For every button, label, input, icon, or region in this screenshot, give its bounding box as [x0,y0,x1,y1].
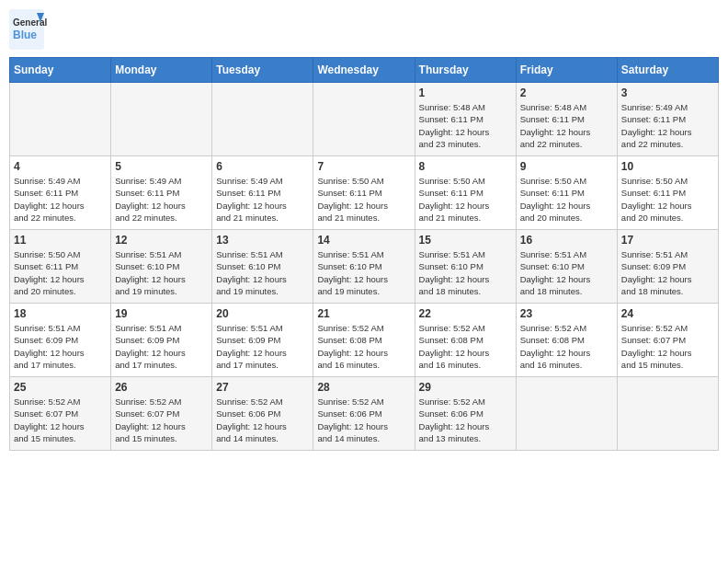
calendar-cell: 28Sunrise: 5:52 AM Sunset: 6:06 PM Dayli… [313,377,415,451]
day-info: Sunrise: 5:52 AM Sunset: 6:07 PM Dayligh… [14,396,107,444]
calendar-cell: 13Sunrise: 5:51 AM Sunset: 6:10 PM Dayli… [212,230,313,304]
day-number: 24 [621,307,714,320]
day-number: 11 [14,234,107,247]
day-info: Sunrise: 5:49 AM Sunset: 6:11 PM Dayligh… [14,175,107,224]
day-info: Sunrise: 5:51 AM Sunset: 6:09 PM Dayligh… [621,248,714,297]
day-number: 27 [216,381,309,394]
day-info: Sunrise: 5:49 AM Sunset: 6:11 PM Dayligh… [621,101,714,150]
day-info: Sunrise: 5:50 AM Sunset: 6:11 PM Dayligh… [621,175,714,224]
calendar-cell: 25Sunrise: 5:52 AM Sunset: 6:07 PM Dayli… [10,377,111,451]
day-info: Sunrise: 5:51 AM Sunset: 6:09 PM Dayligh… [216,322,309,371]
calendar-cell [212,83,313,156]
day-info: Sunrise: 5:52 AM Sunset: 6:08 PM Dayligh… [419,322,512,371]
day-info: Sunrise: 5:51 AM Sunset: 6:09 PM Dayligh… [115,322,208,371]
day-number: 5 [115,160,208,173]
day-header-saturday: Saturday [617,58,718,83]
calendar-cell: 15Sunrise: 5:51 AM Sunset: 6:10 PM Dayli… [415,230,516,304]
calendar-cell: 27Sunrise: 5:52 AM Sunset: 6:06 PM Dayli… [212,377,313,451]
day-header-sunday: Sunday [10,58,111,83]
calendar-cell: 24Sunrise: 5:52 AM Sunset: 6:07 PM Dayli… [617,304,718,377]
day-number: 21 [317,307,410,320]
calendar-cell: 1Sunrise: 5:48 AM Sunset: 6:11 PM Daylig… [415,83,516,156]
calendar-cell: 7Sunrise: 5:50 AM Sunset: 6:11 PM Daylig… [313,156,415,230]
calendar-cell: 18Sunrise: 5:51 AM Sunset: 6:09 PM Dayli… [10,304,111,377]
calendar-cell: 12Sunrise: 5:51 AM Sunset: 6:10 PM Dayli… [111,230,212,304]
calendar-cell: 9Sunrise: 5:50 AM Sunset: 6:11 PM Daylig… [516,156,617,230]
day-number: 15 [419,234,512,247]
day-info: Sunrise: 5:52 AM Sunset: 6:07 PM Dayligh… [115,396,208,444]
calendar-cell [111,83,212,156]
day-number: 25 [14,381,107,394]
day-info: Sunrise: 5:48 AM Sunset: 6:11 PM Dayligh… [520,101,613,150]
calendar-cell: 10Sunrise: 5:50 AM Sunset: 6:11 PM Dayli… [617,156,718,230]
day-number: 6 [216,160,309,173]
calendar-cell [617,377,718,451]
calendar-cell: 8Sunrise: 5:50 AM Sunset: 6:11 PM Daylig… [415,156,516,230]
day-info: Sunrise: 5:51 AM Sunset: 6:10 PM Dayligh… [115,248,208,297]
day-info: Sunrise: 5:52 AM Sunset: 6:06 PM Dayligh… [419,396,512,444]
day-info: Sunrise: 5:50 AM Sunset: 6:11 PM Dayligh… [14,248,107,297]
day-info: Sunrise: 5:48 AM Sunset: 6:11 PM Dayligh… [419,101,512,150]
day-number: 3 [621,86,714,99]
week-row-4: 18Sunrise: 5:51 AM Sunset: 6:09 PM Dayli… [10,304,719,377]
day-number: 28 [317,381,410,394]
day-number: 4 [14,160,107,173]
day-number: 10 [621,160,714,173]
day-number: 29 [419,381,512,394]
day-info: Sunrise: 5:50 AM Sunset: 6:11 PM Dayligh… [520,175,613,224]
day-info: Sunrise: 5:50 AM Sunset: 6:11 PM Dayligh… [419,175,512,224]
calendar-cell: 23Sunrise: 5:52 AM Sunset: 6:08 PM Dayli… [516,304,617,377]
calendar-cell: 11Sunrise: 5:50 AM Sunset: 6:11 PM Dayli… [10,230,111,304]
day-header-thursday: Thursday [415,58,516,83]
calendar-cell: 14Sunrise: 5:51 AM Sunset: 6:10 PM Dayli… [313,230,415,304]
day-number: 19 [115,307,208,320]
day-header-wednesday: Wednesday [313,58,415,83]
day-header-friday: Friday [516,58,617,83]
day-info: Sunrise: 5:51 AM Sunset: 6:09 PM Dayligh… [14,322,107,371]
day-number: 12 [115,234,208,247]
header-row: SundayMondayTuesdayWednesdayThursdayFrid… [10,58,719,83]
day-info: Sunrise: 5:50 AM Sunset: 6:11 PM Dayligh… [317,175,410,224]
day-number: 14 [317,234,410,247]
calendar-cell: 16Sunrise: 5:51 AM Sunset: 6:10 PM Dayli… [516,230,617,304]
day-number: 17 [621,234,714,247]
calendar-cell: 21Sunrise: 5:52 AM Sunset: 6:08 PM Dayli… [313,304,415,377]
svg-text:Blue: Blue [13,29,37,41]
logo: General Blue [9,9,83,50]
day-number: 16 [520,234,613,247]
header: General Blue [9,9,719,50]
week-row-2: 4Sunrise: 5:49 AM Sunset: 6:11 PM Daylig… [10,156,719,230]
day-info: Sunrise: 5:51 AM Sunset: 6:10 PM Dayligh… [216,248,309,297]
week-row-5: 25Sunrise: 5:52 AM Sunset: 6:07 PM Dayli… [10,377,719,451]
day-number: 20 [216,307,309,320]
calendar-cell: 22Sunrise: 5:52 AM Sunset: 6:08 PM Dayli… [415,304,516,377]
day-info: Sunrise: 5:51 AM Sunset: 6:10 PM Dayligh… [419,248,512,297]
day-info: Sunrise: 5:51 AM Sunset: 6:10 PM Dayligh… [317,248,410,297]
day-number: 7 [317,160,410,173]
calendar-cell: 4Sunrise: 5:49 AM Sunset: 6:11 PM Daylig… [10,156,111,230]
svg-text:General: General [13,17,47,28]
calendar-cell: 3Sunrise: 5:49 AM Sunset: 6:11 PM Daylig… [617,83,718,156]
calendar-cell: 17Sunrise: 5:51 AM Sunset: 6:09 PM Dayli… [617,230,718,304]
day-info: Sunrise: 5:52 AM Sunset: 6:08 PM Dayligh… [520,322,613,371]
calendar-cell [516,377,617,451]
calendar-cell: 26Sunrise: 5:52 AM Sunset: 6:07 PM Dayli… [111,377,212,451]
day-number: 1 [419,86,512,99]
day-info: Sunrise: 5:52 AM Sunset: 6:07 PM Dayligh… [621,322,714,371]
day-info: Sunrise: 5:52 AM Sunset: 6:08 PM Dayligh… [317,322,410,371]
calendar-cell [313,83,415,156]
day-header-tuesday: Tuesday [212,58,313,83]
day-number: 23 [520,307,613,320]
logo-svg: General Blue [9,9,83,50]
day-number: 13 [216,234,309,247]
calendar-cell [10,83,111,156]
day-info: Sunrise: 5:49 AM Sunset: 6:11 PM Dayligh… [115,175,208,224]
day-number: 18 [14,307,107,320]
day-number: 8 [419,160,512,173]
week-row-3: 11Sunrise: 5:50 AM Sunset: 6:11 PM Dayli… [10,230,719,304]
day-info: Sunrise: 5:52 AM Sunset: 6:06 PM Dayligh… [317,396,410,444]
day-info: Sunrise: 5:52 AM Sunset: 6:06 PM Dayligh… [216,396,309,444]
calendar-cell: 5Sunrise: 5:49 AM Sunset: 6:11 PM Daylig… [111,156,212,230]
calendar-cell: 29Sunrise: 5:52 AM Sunset: 6:06 PM Dayli… [415,377,516,451]
calendar-cell: 19Sunrise: 5:51 AM Sunset: 6:09 PM Dayli… [111,304,212,377]
